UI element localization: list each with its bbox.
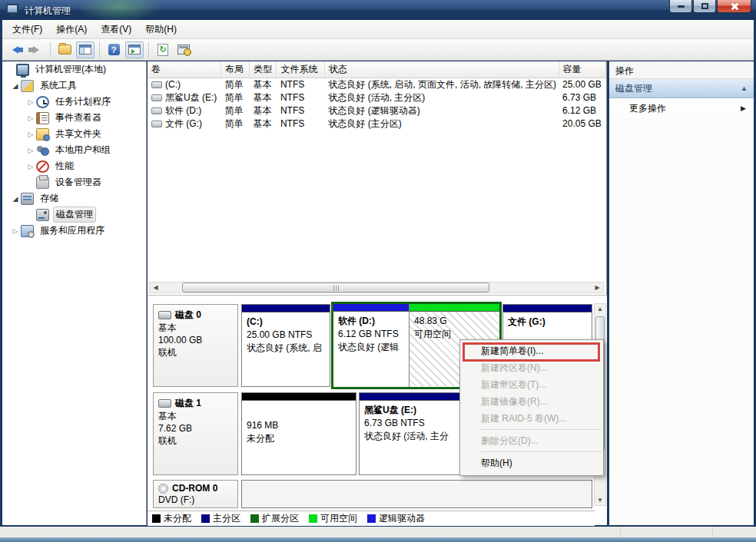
- partition-e[interactable]: 黑鲨U盘 (E:) 6.73 GB NTFS 状态良好 (活动, 主分: [359, 392, 472, 475]
- minimize-button[interactable]: [669, 0, 692, 13]
- console-tree-toggle-button[interactable]: [76, 41, 94, 58]
- tree-item-services-applications[interactable]: ▷ 服务和应用程序: [2, 223, 146, 239]
- taskbar-divider: [620, 527, 621, 537]
- help-button[interactable]: ?: [104, 41, 123, 58]
- toolbar-separator: [99, 42, 100, 58]
- legend-swatch: [201, 514, 210, 523]
- export-list-button[interactable]: [55, 41, 74, 58]
- computer-management-window: 计算机管理 文件(F) 操作(A) 查看(V) 帮助(H) ? ↻: [0, 0, 756, 527]
- menu-item-new-raid5-volume: 新建 RAID-5 卷(W)...: [460, 410, 603, 427]
- tree-item-shared-folders[interactable]: ▷ 共享文件夹: [2, 126, 146, 142]
- volume-list: 卷 布局 类型 文件系统 状态 容量 (C:) 简单 基本 NTFS 状态良好 …: [148, 61, 606, 131]
- more-actions-item[interactable]: 更多操作 ▶: [609, 98, 754, 118]
- horizontal-scrollbar[interactable]: ◀ ▶: [149, 282, 604, 293]
- collapse-arrow-icon[interactable]: ◢: [10, 82, 21, 90]
- legend-extended: 扩展分区: [250, 512, 299, 525]
- maximize-button[interactable]: [693, 0, 716, 13]
- actions-pane: 操作 磁盘管理 ▲ 更多操作 ▶: [609, 61, 754, 525]
- disk-management-icon: [36, 209, 49, 221]
- taskbar-edge: [0, 537, 756, 542]
- volume-row-c[interactable]: (C:) 简单 基本 NTFS 状态良好 (系统, 启动, 页面文件, 活动, …: [148, 78, 606, 91]
- cdrom-label[interactable]: CD-ROM 0 DVD (F:): [153, 480, 238, 508]
- col-volume[interactable]: 卷: [148, 61, 221, 78]
- expand-arrow-icon[interactable]: ▷: [25, 163, 36, 170]
- tree-item-event-viewer[interactable]: ▷ 事件查看器: [2, 110, 146, 126]
- volume-row-e[interactable]: 黑鲨U盘 (E:) 简单 基本 NTFS 状态良好 (活动, 主分区) 6.73…: [148, 91, 606, 104]
- disk-settings-button[interactable]: [174, 41, 193, 58]
- menu-action[interactable]: 操作(A): [49, 21, 94, 38]
- tree-item-device-manager[interactable]: 设备管理器: [2, 174, 146, 190]
- partition-color-bar: [242, 305, 330, 312]
- storage-icon: [21, 193, 34, 205]
- context-menu: 新建简单卷(I)... 新建跨区卷(N)... 新建带区卷(T)... 新建镜像…: [459, 339, 604, 476]
- scroll-up-button[interactable]: ▲: [595, 304, 605, 314]
- scroll-left-button[interactable]: ◀: [150, 283, 161, 292]
- menu-file[interactable]: 文件(F): [5, 21, 49, 38]
- menu-view[interactable]: 查看(V): [94, 21, 138, 38]
- tree-item-task-scheduler[interactable]: ▷ 任务计划程序: [2, 94, 146, 110]
- cdrom-media-region: [241, 480, 592, 508]
- back-button[interactable]: [6, 41, 25, 58]
- maximize-icon: [701, 3, 708, 9]
- volume-row-d[interactable]: 软件 (D:) 简单 基本 NTFS 状态良好 (逻辑驱动器) 6.12 GB: [148, 104, 606, 117]
- col-capacity[interactable]: 容量: [559, 61, 605, 78]
- partition-color-bar: [333, 304, 409, 312]
- console-tree: 计算机管理(本地) ◢ 系统工具 ▷ 任务计划程序 ▷ 事件查看器 ▷ 共享文件…: [2, 61, 147, 525]
- menu-item-help[interactable]: 帮助(H): [460, 454, 603, 471]
- taskbar-divider: [712, 527, 713, 537]
- col-filesystem[interactable]: 文件系统: [277, 61, 324, 78]
- desktop-area: [0, 527, 756, 537]
- forward-button[interactable]: [27, 41, 45, 58]
- tree-item-system-tools[interactable]: ◢ 系统工具: [2, 78, 146, 94]
- services-icon: [21, 225, 34, 237]
- event-viewer-icon: [36, 112, 49, 124]
- expand-arrow-icon[interactable]: ▷: [25, 147, 36, 154]
- disk0-label[interactable]: 磁盘 0 基本 100.00 GB 联机: [153, 304, 238, 387]
- menu-help[interactable]: 帮助(H): [138, 21, 184, 38]
- unallocated-region[interactable]: 916 MB 未分配: [241, 392, 356, 475]
- window-title: 计算机管理: [25, 5, 71, 18]
- partition-color-bar: [360, 393, 471, 401]
- col-type[interactable]: 类型: [250, 61, 277, 78]
- expand-arrow-icon[interactable]: ▷: [25, 131, 36, 138]
- red-highlight-box: [463, 342, 600, 362]
- minimize-icon: [678, 5, 685, 8]
- partition-c[interactable]: (C:) 25.00 GB NTFS 状态良好 (系统, 启: [241, 304, 330, 387]
- screen: 计算机管理 文件(F) 操作(A) 查看(V) 帮助(H) ? ↻: [0, 0, 756, 542]
- scroll-down-button[interactable]: ▼: [595, 495, 605, 505]
- col-status[interactable]: 状态: [324, 61, 559, 78]
- volume-list-header: 卷 布局 类型 文件系统 状态 容量: [148, 61, 606, 78]
- legend-primary: 主分区: [201, 512, 240, 525]
- tree-item-local-users-groups[interactable]: ▷ 本地用户和组: [2, 142, 146, 158]
- partition-d[interactable]: 软件 (D:) 6.12 GB NTFS 状态良好 (逻辑: [333, 304, 410, 387]
- toolbar-separator: [50, 42, 51, 58]
- action-pane-toggle-button[interactable]: [125, 41, 144, 58]
- folder-icon: [58, 45, 71, 55]
- legend-swatch: [309, 514, 317, 523]
- tree-item-storage[interactable]: ◢ 存储: [2, 190, 146, 207]
- menu-item-new-mirrored-volume: 新建镜像卷(R)...: [460, 393, 603, 410]
- expand-arrow-icon[interactable]: ▷: [25, 114, 36, 122]
- disk1-label[interactable]: 磁盘 1 基本 7.62 GB 联机: [153, 392, 238, 475]
- tree-item-disk-management[interactable]: 磁盘管理: [2, 207, 146, 223]
- legend-swatch: [367, 514, 376, 523]
- disk-management-section-header[interactable]: 磁盘管理 ▲: [609, 79, 754, 98]
- col-layout[interactable]: 布局: [221, 61, 250, 78]
- close-button[interactable]: [717, 0, 751, 13]
- scrollbar-thumb[interactable]: [182, 283, 489, 292]
- scroll-right-button[interactable]: ▶: [592, 283, 603, 292]
- menu-item-delete-partition: 删除分区(D)...: [460, 432, 603, 449]
- expand-arrow-icon[interactable]: ▷: [25, 98, 36, 106]
- tree-item-performance[interactable]: ▷ 性能: [2, 158, 146, 174]
- expand-arrow-icon[interactable]: ▷: [10, 227, 21, 235]
- toolbar: ? ↻: [2, 39, 754, 61]
- disk-icon: [158, 399, 171, 408]
- collapse-arrow-icon[interactable]: ◢: [10, 195, 21, 203]
- tree-item-computer-management[interactable]: 计算机管理(本地): [2, 61, 146, 78]
- toolbar-separator: [148, 42, 149, 58]
- collapse-section-icon[interactable]: ▲: [741, 84, 748, 92]
- partition-color-bar: [242, 393, 356, 401]
- computer-icon: [16, 64, 29, 76]
- volume-row-g[interactable]: 文件 (G:) 简单 基本 NTFS 状态良好 (主分区) 20.05 GB: [148, 117, 606, 131]
- refresh-button[interactable]: ↻: [154, 41, 172, 58]
